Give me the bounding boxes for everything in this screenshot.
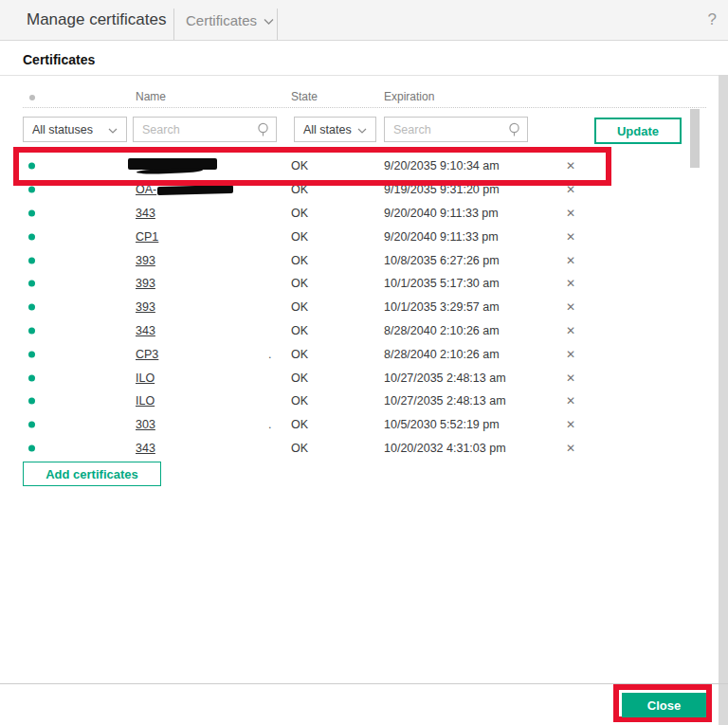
certificate-name-link[interactable]: 393 [136, 254, 155, 267]
status-filter-dropdown[interactable]: All statuses [23, 117, 127, 142]
delete-certificate-icon[interactable]: ✕ [562, 418, 579, 431]
certificate-name-link[interactable]: ILO [136, 394, 155, 408]
certificate-expiration: 10/20/2032 4:31:03 pm [384, 442, 506, 455]
table-row: . OK 9/20/2035 9:10:34 am ✕ [0, 154, 706, 178]
state-filter-value: All states [303, 123, 352, 136]
delete-certificate-icon[interactable]: ✕ [562, 300, 579, 314]
page-scrollbar[interactable] [719, 75, 728, 725]
status-ok-dot-icon [28, 257, 35, 263]
column-header-state[interactable]: State [291, 90, 318, 103]
certificate-name-link[interactable]: 393 [136, 277, 155, 290]
header-dotted-divider [23, 107, 706, 108]
certificate-state: OK [291, 230, 308, 244]
status-ok-dot-icon [28, 327, 35, 334]
heading-divider [0, 75, 728, 76]
certificate-state: OK [291, 300, 308, 314]
status-ok-dot-icon [28, 304, 35, 311]
certificate-state: OK [291, 324, 308, 337]
certificate-name-link[interactable]: ILO [136, 372, 155, 385]
delete-certificate-icon[interactable]: ✕ [562, 372, 579, 385]
dialog-header: Manage certificates Certificates ? [0, 0, 728, 41]
certificate-name-link[interactable]: 303 [136, 418, 155, 431]
delete-certificate-icon[interactable]: ✕ [562, 324, 579, 337]
certificate-name-link[interactable]: 343 [136, 207, 155, 220]
close-button[interactable]: Close [622, 693, 706, 717]
certificate-expiration: 10/27/2035 2:48:13 am [384, 394, 506, 408]
certificate-state: OK [291, 348, 308, 361]
delete-certificate-icon[interactable]: ✕ [562, 348, 579, 361]
certificates-list: . OK 9/20/2035 9:10:34 am ✕ OA- . OK 9/1… [0, 154, 706, 455]
table-row: OA- . OK 9/19/2035 9:31:20 pm ✕ [0, 178, 706, 202]
delete-certificate-icon[interactable]: ✕ [562, 159, 579, 172]
header-divider [173, 9, 174, 40]
status-ok-dot-icon [28, 163, 35, 170]
status-ok-dot-icon [28, 209, 35, 216]
redaction-artifact-dot: . [268, 348, 271, 361]
delete-certificate-icon[interactable]: ✕ [562, 442, 579, 455]
certificate-expiration: 10/5/2030 5:52:19 pm [384, 418, 500, 431]
status-ok-dot-icon [28, 233, 35, 240]
certificate-state: OK [291, 159, 308, 172]
filter-bar: All statuses All states Update [0, 117, 728, 143]
state-filter-dropdown[interactable]: All states [294, 117, 376, 142]
panel-heading: Certificates [23, 52, 95, 67]
status-filter-value: All statuses [32, 123, 93, 136]
chevron-down-icon [108, 123, 118, 136]
name-search [133, 117, 277, 142]
status-ok-dot-icon [28, 374, 35, 381]
delete-certificate-icon[interactable]: ✕ [562, 183, 579, 196]
certificate-name-link[interactable]: CP1 [136, 230, 158, 244]
delete-certificate-icon[interactable]: ✕ [562, 207, 579, 220]
delete-certificate-icon[interactable]: ✕ [562, 230, 579, 244]
status-ok-dot-icon [28, 398, 35, 405]
footer-divider [0, 683, 728, 684]
table-row: 393 . OK 10/1/2035 3:29:57 am ✕ [0, 296, 706, 319]
certificate-state: OK [291, 254, 308, 267]
table-row: ILO . OK 10/27/2035 2:48:13 am ✕ [0, 366, 706, 390]
certificate-expiration: 8/28/2040 2:10:26 am [384, 324, 500, 337]
delete-certificate-icon[interactable]: ✕ [562, 254, 579, 267]
certificate-expiration: 10/1/2035 5:17:30 am [384, 277, 500, 290]
certificate-name-link[interactable]: 343 [136, 442, 155, 455]
certificates-menu[interactable]: Certificates [186, 12, 274, 28]
column-header-name[interactable]: Name [136, 90, 166, 103]
table-row: CP1 . OK 9/20/2040 9:11:33 pm ✕ [0, 225, 706, 248]
delete-certificate-icon[interactable]: ✕ [562, 394, 579, 408]
certificate-name-link[interactable]: OA- [136, 183, 233, 196]
chevron-down-icon [357, 123, 367, 136]
status-ok-dot-icon [28, 422, 35, 428]
certificates-menu-label: Certificates [186, 12, 257, 28]
certificate-expiration: 9/20/2035 9:10:34 am [384, 159, 500, 172]
certificate-expiration: 9/20/2040 9:11:33 pm [384, 230, 499, 244]
update-button[interactable]: Update [594, 118, 682, 144]
table-row: 393 . OK 10/8/2035 6:27:26 pm ✕ [0, 248, 706, 272]
table-row: 343 . OK 9/20/2040 9:11:33 pm ✕ [0, 202, 706, 226]
status-column-dot-icon [29, 95, 35, 100]
manage-certificates-dialog: Manage certificates Certificates ? Certi… [0, 0, 728, 725]
status-ok-dot-icon [28, 281, 35, 287]
certificate-expiration: 10/8/2035 6:27:26 pm [384, 254, 500, 267]
table-row: 343 . OK 8/28/2040 2:10:26 am ✕ [0, 319, 706, 343]
certificate-expiration: 8/28/2040 2:10:26 am [384, 348, 500, 361]
redacted-name-bar [128, 158, 217, 170]
certificate-state: OK [291, 183, 308, 196]
help-icon[interactable]: ? [708, 10, 717, 29]
table-row: 343 . OK 10/20/2032 4:31:03 pm ✕ [0, 437, 706, 455]
certificate-name-link[interactable]: 393 [136, 300, 155, 314]
certificate-expiration: 9/19/2035 9:31:20 pm [384, 183, 500, 196]
certificate-name-link[interactable]: CP3 [136, 348, 158, 361]
delete-certificate-icon[interactable]: ✕ [562, 277, 579, 290]
certificate-name-link[interactable]: 343 [136, 324, 155, 337]
list-scrollbar-thumb[interactable] [690, 109, 700, 168]
table-row: 303 . OK 10/5/2030 5:52:19 pm ✕ [0, 413, 706, 437]
add-certificates-button[interactable]: Add certificates [23, 462, 161, 486]
certificate-state: OK [291, 207, 308, 220]
certificate-state: OK [291, 277, 308, 290]
certificate-state: OK [291, 442, 308, 455]
expiration-search [384, 117, 528, 142]
table-row: CP3 . OK 8/28/2040 2:10:26 am ✕ [0, 342, 706, 366]
table-column-headers: Name State Expiration [0, 88, 706, 107]
status-ok-dot-icon [28, 444, 35, 451]
table-row: 393 . OK 10/1/2035 5:17:30 am ✕ [0, 272, 706, 296]
column-header-expiration[interactable]: Expiration [384, 90, 434, 103]
